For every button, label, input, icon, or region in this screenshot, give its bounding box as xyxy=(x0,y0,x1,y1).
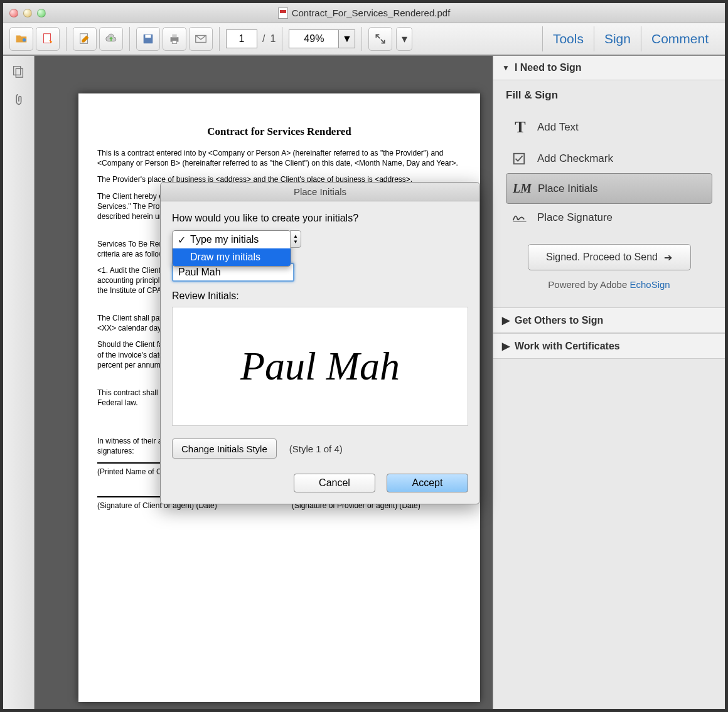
pages-panel-icon[interactable] xyxy=(11,65,26,80)
page-separator: / xyxy=(262,33,265,45)
titlebar: Contract_For_Services_Rendered.pdf xyxy=(3,3,725,23)
review-label: Review Initials: xyxy=(172,290,468,302)
toolbar-group-edit xyxy=(73,27,123,51)
toolbar-separator xyxy=(219,27,220,51)
panel-section-header[interactable]: ▼ I Need to Sign xyxy=(493,56,725,80)
powered-by-label: Powered by Adobe EchoSign xyxy=(506,279,712,290)
comment-link[interactable]: Comment xyxy=(641,26,719,51)
zoom-control: ▼ xyxy=(289,29,355,48)
svg-rect-7 xyxy=(172,41,176,44)
svg-rect-10 xyxy=(16,68,23,77)
toolbar-separator xyxy=(66,27,67,51)
get-others-section[interactable]: ▶ Get Others to Sign xyxy=(493,307,725,333)
section-title: Work with Certificates xyxy=(515,341,620,352)
place-signature-item[interactable]: Place Signature xyxy=(506,204,712,231)
button-label: Signed. Proceed to Send xyxy=(546,252,658,263)
place-initials-item[interactable]: LM Place Initials xyxy=(506,173,712,204)
page-navigator: / 1 xyxy=(226,29,276,48)
dialog-actions: Cancel Accept xyxy=(172,474,468,492)
checkmark-icon xyxy=(512,152,528,166)
zoom-dropdown-button[interactable]: ▼ xyxy=(339,29,355,48)
tools-link[interactable]: Tools xyxy=(542,26,594,51)
view-dropdown-button[interactable]: ▾ xyxy=(396,27,412,51)
certificates-section[interactable]: ▶ Work with Certificates xyxy=(493,333,725,359)
svg-rect-4 xyxy=(145,35,151,38)
cloud-button[interactable] xyxy=(99,27,123,51)
section-title: Get Others to Sign xyxy=(515,315,603,326)
svg-rect-6 xyxy=(172,35,176,38)
dropdown-menu: Type my initials Draw my initials xyxy=(172,230,291,267)
svg-rect-9 xyxy=(13,66,20,75)
proceed-to-send-button[interactable]: Signed. Proceed to Send ➔ xyxy=(528,244,691,270)
item-label: Place Initials xyxy=(538,183,597,195)
initials-preview: Paul Mah xyxy=(172,307,468,426)
create-button[interactable] xyxy=(36,27,60,51)
toolbar-separator xyxy=(129,27,130,51)
echosign-link[interactable]: EchoSign xyxy=(629,279,670,290)
dropdown-option-type[interactable]: Type my initials xyxy=(173,231,291,248)
filename-label: Contract_For_Services_Rendered.pdf xyxy=(292,8,451,18)
dialog-title: Place Initials xyxy=(161,183,479,201)
style-info-label: (Style 1 of 4) xyxy=(289,444,343,454)
dialog-body: How would you like to create your initia… xyxy=(161,201,479,504)
toolbar-group-file xyxy=(9,27,60,51)
section-title: I Need to Sign xyxy=(515,62,582,73)
dialog-question: How would you like to create your initia… xyxy=(172,213,468,224)
add-text-item[interactable]: T Add Text xyxy=(506,110,712,144)
attachments-panel-icon[interactable] xyxy=(11,92,26,107)
edit-button[interactable] xyxy=(73,27,97,51)
place-initials-dialog: Place Initials How would you like to cre… xyxy=(160,182,480,504)
toolbar-right-links: Tools Sign Comment xyxy=(542,26,719,51)
caret-down-icon: ▼ xyxy=(502,63,510,72)
initials-icon: LM xyxy=(513,181,529,196)
arrow-right-icon: ➔ xyxy=(664,252,672,263)
change-style-button[interactable]: Change Initials Style xyxy=(172,438,277,459)
sign-link[interactable]: Sign xyxy=(594,26,641,51)
toolbar-group-output xyxy=(136,27,213,51)
accept-button[interactable]: Accept xyxy=(387,474,468,492)
signature-icon xyxy=(512,212,528,223)
doc-paragraph: This is a contract entered into by <Comp… xyxy=(97,148,461,168)
svg-point-0 xyxy=(23,38,26,42)
sign-side-panel: ▼ I Need to Sign Fill & Sign T Add Text … xyxy=(493,56,725,709)
page-total-label: 1 xyxy=(270,33,276,45)
caret-right-icon: ▶ xyxy=(502,314,510,326)
open-button[interactable] xyxy=(9,27,33,51)
item-label: Place Signature xyxy=(537,211,613,224)
main-toolbar: / 1 ▼ ▾ Tools Sign Comment xyxy=(3,23,725,56)
print-button[interactable] xyxy=(163,27,186,51)
toolbar-separator xyxy=(361,27,362,51)
cancel-button[interactable]: Cancel xyxy=(294,474,375,492)
fit-screen-button[interactable] xyxy=(368,27,392,51)
caret-right-icon: ▶ xyxy=(502,340,510,352)
item-label: Add Text xyxy=(537,121,579,134)
add-checkmark-item[interactable]: Add Checkmark xyxy=(506,144,712,173)
left-sidebar xyxy=(3,56,35,709)
signature-preview-text: Paul Mah xyxy=(240,343,400,390)
fill-sign-section: Fill & Sign T Add Text Add Checkmark LM … xyxy=(493,80,725,307)
save-button[interactable] xyxy=(136,27,160,51)
email-button[interactable] xyxy=(189,27,213,51)
doc-heading: Contract for Services Rendered xyxy=(97,125,461,139)
style-row: Change Initials Style (Style 1 of 4) xyxy=(172,438,468,459)
dropdown-arrow-button[interactable]: ▲▼ xyxy=(290,230,301,248)
svg-rect-11 xyxy=(514,154,525,164)
page-current-input[interactable] xyxy=(226,29,257,48)
svg-rect-1 xyxy=(44,34,51,43)
document-title: Contract_For_Services_Rendered.pdf xyxy=(3,8,725,19)
item-label: Add Checkmark xyxy=(537,152,613,165)
dropdown-option-draw[interactable]: Draw my initials xyxy=(173,248,291,266)
fill-sign-title: Fill & Sign xyxy=(506,89,712,102)
pdf-file-icon xyxy=(278,8,288,19)
toolbar-separator xyxy=(282,27,282,51)
zoom-input[interactable] xyxy=(289,29,339,48)
text-icon: T xyxy=(512,118,528,137)
